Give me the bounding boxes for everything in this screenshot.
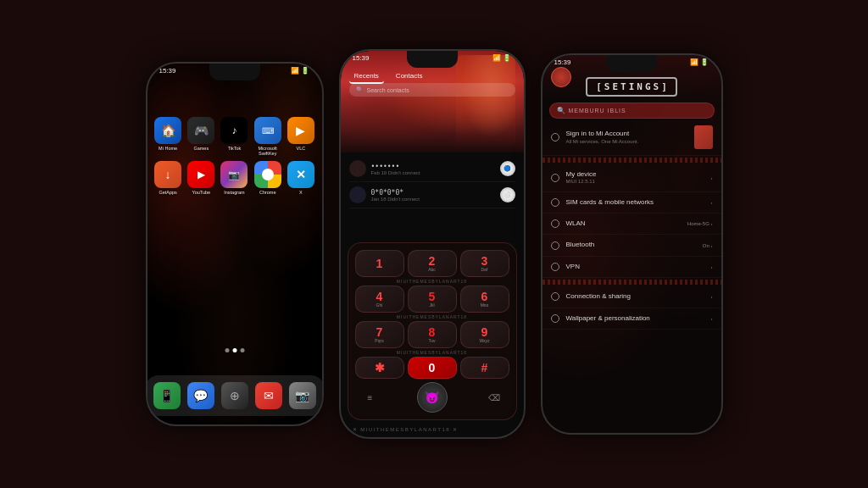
dot-3	[240, 348, 244, 352]
tiktok-label: TikTok	[228, 146, 242, 151]
radio-sim	[551, 198, 559, 207]
radio-wallpaper	[551, 314, 559, 323]
settings-item-vpn[interactable]: VPN ›	[542, 257, 721, 278]
key-0[interactable]: 0	[408, 357, 457, 379]
app-instagram[interactable]: 📷 Instagram	[220, 161, 248, 195]
search-placeholder: Search contacts	[367, 87, 409, 93]
call-date-2: Jan 18 Didn't connect	[371, 197, 495, 202]
brand-3: MIUITHEMESBYLANART18	[355, 350, 509, 355]
title-bracket-r: ]	[661, 81, 667, 92]
status-bar-2: 15:39 📶 🔋	[341, 54, 524, 62]
app-youtube[interactable]: ▶ YouTube	[187, 161, 215, 195]
twitter-icon: ✕	[287, 161, 314, 188]
title-t: T	[620, 81, 626, 92]
call-item-2[interactable]: 0*0*0*0* Jan 18 Didn't connect ⚪	[349, 182, 515, 208]
call-avatar-1	[349, 160, 366, 177]
key-star[interactable]: ✱	[355, 357, 404, 379]
key-5[interactable]: 5 Jkl	[408, 286, 457, 313]
phone2-footer: ✕ MIUITHEMESBYLANART18 ✕	[341, 426, 524, 432]
time-3: 15:39	[554, 58, 571, 66]
mi-account-sub: All Mi services. One Mi Account.	[566, 139, 687, 145]
dialpad-grid-3: 7 Pqrs 8 Tuv 9 Wxyz	[355, 321, 509, 348]
app-getapps[interactable]: ↓ GetApps	[154, 161, 182, 195]
radio-connection	[551, 292, 559, 301]
tab-recents[interactable]: Recents	[349, 69, 384, 84]
app-grid: 🏠 Mi Home 🎮 Games ♪ TikTok ⌨ Microsoft S…	[147, 110, 322, 202]
vlc-label: VLC	[297, 146, 306, 151]
app-mihome[interactable]: 🏠 Mi Home	[154, 117, 182, 156]
sim-right: ›	[711, 200, 713, 205]
mi-account-thumb	[694, 125, 713, 149]
app-twitter[interactable]: ✕ X	[287, 161, 314, 195]
key-1[interactable]: 1	[355, 250, 404, 277]
brand-1: MIUITHEMESBYLANART18	[355, 279, 509, 284]
brand-2: MIUITHEMESBYLANART18	[355, 314, 509, 319]
my-device-right: ›	[711, 175, 713, 180]
dock-phone[interactable]: 📱	[153, 382, 181, 409]
recent-calls-list: ••••••• Feb 19 Didn't connect 🔵 0*0*0*0*…	[341, 152, 524, 212]
wlan-title: WLAN	[566, 219, 681, 228]
settings-item-connection[interactable]: Connection & sharing ›	[542, 286, 721, 308]
call-number-2: 0*0*0*0*	[371, 189, 495, 197]
app-games[interactable]: 🎮 Games	[187, 117, 215, 156]
instagram-label: Instagram	[224, 190, 244, 195]
settings-item-bluetooth[interactable]: Bluetooth On ›	[542, 235, 721, 256]
search-text: MEMBURU IBLIS	[569, 108, 626, 114]
settings-item-mi-account[interactable]: Sign in to Mi Account All Mi services. O…	[542, 119, 721, 156]
dialpad-call-button[interactable]: 😈	[417, 382, 448, 413]
key-2[interactable]: 2 Abc	[408, 250, 457, 277]
wave-divider-1	[542, 158, 721, 163]
call-avatar-2	[349, 186, 366, 203]
bluetooth-content: Bluetooth	[566, 241, 696, 249]
call-date-1: Feb 19 Didn't connect	[371, 170, 495, 175]
signal-2: 📶 🔋	[492, 54, 511, 62]
call-item-1[interactable]: ••••••• Feb 19 Didn't connect 🔵	[349, 156, 515, 182]
wlan-content: WLAN	[566, 219, 681, 228]
key-hash[interactable]: #	[460, 357, 509, 379]
radio-my-device	[551, 174, 559, 182]
key-4[interactable]: 4 Ghi	[355, 286, 404, 313]
dock-messages[interactable]: 💬	[187, 382, 214, 409]
youtube-icon: ▶	[187, 161, 214, 188]
title-bracket-l: [	[596, 81, 602, 92]
title-g: G	[645, 81, 651, 92]
wallpaper-title: Wallpaper & personalization	[566, 314, 704, 323]
swiftkey-icon: ⌨	[254, 117, 281, 144]
contacts-search[interactable]: 🔍 Search contacts	[349, 83, 515, 97]
app-tiktok[interactable]: ♪ TikTok	[220, 117, 248, 156]
dialpad: 1 2 Abc 3 Def MIUITHEMESBYLANART18	[348, 242, 517, 420]
twitter-label: X	[299, 190, 303, 195]
mi-account-title: Sign in to Mi Account	[566, 130, 687, 138]
footer-brand: ✕ MIUITHEMESBYLANART18 ✕	[353, 426, 459, 432]
dock-mail[interactable]: ✉	[255, 382, 282, 409]
dialpad-menu-icon[interactable]: ≡	[362, 389, 379, 406]
tab-contacts[interactable]: Contacts	[391, 69, 428, 84]
settings-item-wlan[interactable]: WLAN Home-5G ›	[542, 214, 721, 235]
dialpad-delete-icon[interactable]: ⌫	[486, 389, 503, 406]
title-n: N	[637, 81, 643, 92]
settings-item-sim[interactable]: SIM cards & mobile networks ›	[542, 192, 721, 214]
call-info-1: ••••••• Feb 19 Didn't connect	[371, 163, 495, 175]
vpn-title: VPN	[566, 263, 704, 271]
key-3[interactable]: 3 Def	[460, 250, 509, 277]
games-label: Games	[193, 146, 209, 151]
dock-mercedes[interactable]: ⊕	[221, 382, 248, 409]
title-s2: S	[654, 81, 659, 92]
settings-item-wallpaper[interactable]: Wallpaper & personalization ›	[542, 308, 721, 330]
dock-camera[interactable]: 📷	[289, 382, 316, 409]
mihome-icon: 🏠	[154, 117, 181, 144]
sim-content: SIM cards & mobile networks	[566, 198, 704, 207]
dot-2	[232, 348, 236, 352]
settings-item-my-device[interactable]: My device MIUI 12.5.11 ›	[542, 164, 721, 192]
wlan-right: Home-5G ›	[687, 221, 713, 226]
key-6[interactable]: 6 Mno	[460, 286, 509, 313]
settings-search[interactable]: 🔍 MEMBURU IBLIS	[549, 103, 715, 119]
app-vlc[interactable]: ▶ VLC	[287, 117, 314, 156]
app-swiftkey[interactable]: ⌨ Microsoft SwiftKey	[253, 117, 281, 156]
key-9[interactable]: 9 Wxyz	[460, 321, 509, 348]
title-e: E	[612, 81, 618, 92]
radio-wlan	[551, 219, 559, 228]
key-8[interactable]: 8 Tuv	[408, 321, 457, 348]
key-7[interactable]: 7 Pqrs	[355, 321, 404, 348]
app-chrome[interactable]: Chrome	[253, 161, 281, 195]
